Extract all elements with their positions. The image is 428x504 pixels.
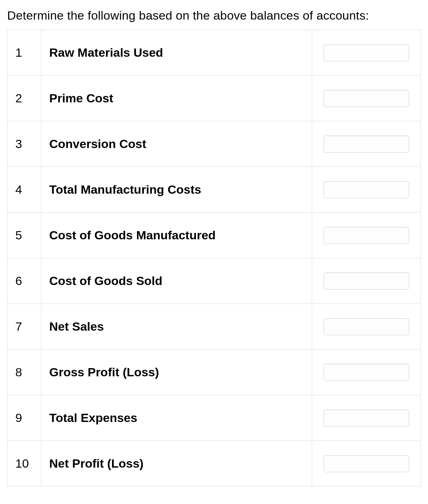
table-row: 3 Conversion Cost bbox=[7, 121, 421, 167]
row-input-cell bbox=[312, 213, 421, 258]
row-number: 3 bbox=[7, 121, 41, 167]
row-number: 8 bbox=[7, 350, 41, 395]
table-row: 2 Prime Cost bbox=[7, 76, 421, 121]
row-number: 4 bbox=[7, 167, 41, 213]
page-heading: Determine the following based on the abo… bbox=[7, 9, 421, 22]
table-row: 1 Raw Materials Used bbox=[7, 30, 421, 76]
answer-input[interactable] bbox=[323, 44, 409, 61]
row-label: Total Expenses bbox=[41, 395, 312, 441]
row-input-cell bbox=[312, 258, 421, 304]
row-label: Conversion Cost bbox=[41, 121, 312, 167]
row-number: 9 bbox=[7, 395, 41, 441]
answer-input[interactable] bbox=[323, 90, 409, 107]
row-number: 2 bbox=[7, 76, 41, 121]
table-row: 9 Total Expenses bbox=[7, 395, 421, 441]
table-row: 4 Total Manufacturing Costs bbox=[7, 167, 421, 213]
row-input-cell bbox=[312, 441, 421, 487]
row-label: Gross Profit (Loss) bbox=[41, 350, 312, 395]
row-number: 7 bbox=[7, 304, 41, 350]
table-row: 7 Net Sales bbox=[7, 304, 421, 350]
table-row: 10 Net Profit (Loss) bbox=[7, 441, 421, 487]
table-row: 8 Gross Profit (Loss) bbox=[7, 350, 421, 395]
answer-input[interactable] bbox=[323, 273, 409, 290]
row-label: Prime Cost bbox=[41, 76, 312, 121]
accounts-table: 1 Raw Materials Used 2 Prime Cost 3 Conv… bbox=[7, 30, 421, 487]
answer-input[interactable] bbox=[323, 364, 409, 381]
table-row: 5 Cost of Goods Manufactured bbox=[7, 213, 421, 258]
row-number: 10 bbox=[7, 441, 41, 487]
answer-input[interactable] bbox=[323, 318, 409, 335]
row-label: Net Profit (Loss) bbox=[41, 441, 312, 487]
row-number: 6 bbox=[7, 258, 41, 304]
row-input-cell bbox=[312, 121, 421, 167]
answer-input[interactable] bbox=[323, 409, 409, 427]
row-input-cell bbox=[312, 167, 421, 213]
row-label: Cost of Goods Manufactured bbox=[41, 213, 312, 258]
row-input-cell bbox=[312, 30, 421, 76]
row-input-cell bbox=[312, 395, 421, 441]
answer-input[interactable] bbox=[323, 455, 409, 472]
row-label: Total Manufacturing Costs bbox=[41, 167, 312, 213]
answer-input[interactable] bbox=[323, 136, 409, 153]
row-number: 1 bbox=[7, 30, 41, 76]
row-label: Net Sales bbox=[41, 304, 312, 350]
row-label: Cost of Goods Sold bbox=[41, 258, 312, 304]
answer-input[interactable] bbox=[323, 181, 409, 198]
row-number: 5 bbox=[7, 213, 41, 258]
answer-input[interactable] bbox=[323, 227, 409, 244]
table-row: 6 Cost of Goods Sold bbox=[7, 258, 421, 304]
row-input-cell bbox=[312, 350, 421, 395]
row-label: Raw Materials Used bbox=[41, 30, 312, 76]
row-input-cell bbox=[312, 76, 421, 121]
row-input-cell bbox=[312, 304, 421, 350]
